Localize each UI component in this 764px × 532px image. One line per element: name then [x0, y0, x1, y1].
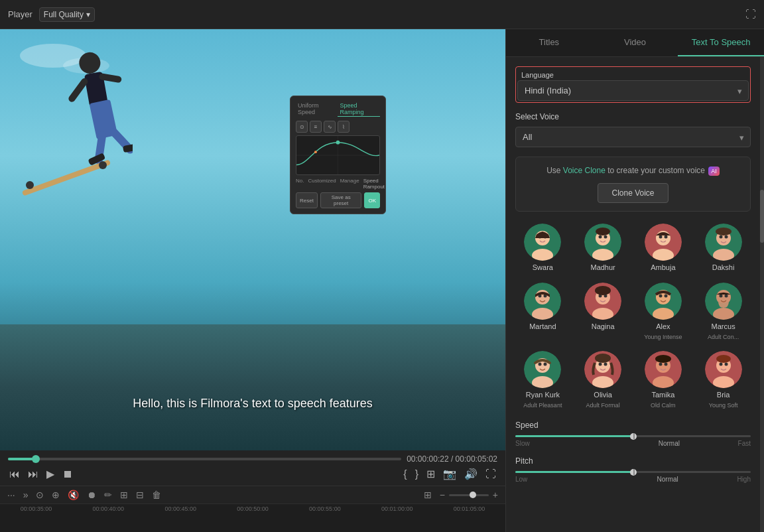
voice-card-swara[interactable]: Swara: [515, 221, 570, 275]
tl-zoom-track[interactable]: [449, 494, 489, 496]
svg-point-77: [655, 355, 671, 363]
voice-card-nagina[interactable]: Nagina: [576, 280, 631, 343]
voice-avatar-alex: [645, 283, 682, 320]
popup-icon-2[interactable]: ≡: [310, 121, 322, 133]
stop-btn[interactable]: ⏹: [61, 467, 74, 482]
voice-card-ambuja[interactable]: Ambuja: [636, 221, 691, 275]
popup-icon-1[interactable]: ⊙: [296, 121, 308, 133]
top-bar: Player Full Quality ▾ ⛶: [0, 0, 764, 29]
progress-bar[interactable]: [8, 458, 401, 460]
tl-zoom-in[interactable]: +: [491, 489, 500, 501]
tl-menu-btn[interactable]: ···: [5, 489, 17, 501]
popup-icon-4[interactable]: ⌇: [338, 121, 350, 133]
svg-point-27: [604, 235, 607, 238]
voice-name-olivia: Olivia: [594, 391, 612, 399]
voice-avatar-martand: [524, 283, 561, 320]
voice-card-dakshi[interactable]: Dakshi: [696, 221, 751, 275]
snapshot-btn[interactable]: 📷: [442, 466, 458, 482]
svg-point-82: [724, 363, 728, 366]
tab-video[interactable]: Video: [592, 29, 678, 56]
voice-card-alex[interactable]: AlexYoung Intense: [636, 280, 691, 343]
voice-name-alex: Alex: [656, 322, 670, 331]
voice-avatar-marcus: [705, 283, 742, 320]
voice-filter-select[interactable]: All: [515, 127, 751, 147]
voice-filter-wrapper: All ▾: [515, 127, 751, 147]
svg-point-55: [664, 294, 667, 297]
tl-delete-btn[interactable]: 🗑: [150, 489, 163, 501]
uniform-speed-tab[interactable]: Uniform Speed: [296, 101, 335, 117]
timeline-toolbar: ··· » ⊙ ⊕ 🔇 ⏺ ✏ ⊞ ⊟ 🗑 ⊞ − +: [0, 486, 505, 504]
tab-titles[interactable]: Titles: [506, 29, 592, 56]
tl-expand-btn[interactable]: »: [21, 489, 31, 501]
popup-tabs: Uniform Speed Speed Ramping: [296, 101, 380, 117]
save-as-preset-btn[interactable]: Save as preset: [320, 192, 362, 208]
mark-out-btn[interactable]: }: [414, 467, 420, 482]
svg-point-54: [659, 294, 662, 297]
tl-track-btn[interactable]: ⊞: [118, 489, 130, 501]
language-label: Language: [517, 68, 749, 80]
tl-edit-btn[interactable]: ✏: [102, 489, 114, 501]
pitch-slider-track[interactable]: [515, 471, 751, 473]
tl-zoom-out[interactable]: −: [438, 489, 447, 501]
voice-name-swara: Swara: [533, 263, 553, 272]
mark-in-btn[interactable]: {: [402, 467, 408, 482]
tl-mute-btn[interactable]: 🔇: [66, 489, 81, 501]
reset-btn[interactable]: Reset: [296, 192, 318, 208]
quality-selector[interactable]: Full Quality ▾: [39, 7, 95, 22]
svg-point-28: [596, 228, 610, 235]
timeline-tick: 00:00:55:00: [288, 505, 361, 512]
tab-tts[interactable]: Text To Speech: [678, 29, 764, 56]
voice-card-madhur[interactable]: Madhur: [576, 221, 631, 275]
speed-ramping-tab[interactable]: Speed Ramping: [338, 101, 380, 117]
voice-subtitle-bria: Young Soft: [709, 402, 738, 409]
right-panel: Titles Video Text To Speech Language Hin…: [505, 29, 764, 532]
scrollbar[interactable]: [760, 57, 764, 532]
voice-name-tamika: Tamika: [651, 391, 674, 399]
voice-subtitle-alex: Young Intense: [644, 334, 682, 340]
fullscreen-btn[interactable]: ⛶: [484, 467, 497, 482]
svg-point-64: [539, 363, 542, 366]
pitch-section: Pitch Low Normal High: [515, 456, 751, 483]
skip-back-btn[interactable]: ⏮: [8, 467, 21, 482]
tl-layers-btn[interactable]: ⊟: [134, 489, 146, 501]
popup-icon-3[interactable]: ∿: [324, 121, 336, 133]
panel-tabs: Titles Video Text To Speech: [506, 29, 764, 57]
ok-btn[interactable]: OK: [364, 192, 380, 208]
voice-subtitle-tamika: Old Calm: [651, 402, 676, 409]
voice-clone-link[interactable]: Voice Clone: [563, 166, 605, 175]
tl-audio-btn[interactable]: ⊙: [34, 489, 46, 501]
voice-name-marcus: Marcus: [712, 322, 735, 331]
voice-card-olivia[interactable]: OliviaAdult Formal: [576, 348, 631, 411]
speed-popup: Uniform Speed Speed Ramping ⊙ ≡ ∿ ⌇: [290, 96, 386, 214]
tl-speed-btn[interactable]: ⊕: [50, 489, 62, 501]
select-voice-label: Select Voice: [515, 112, 751, 121]
volume-btn[interactable]: 🔊: [463, 466, 479, 482]
language-select-wrapper: Hindi (India) ▾: [517, 80, 749, 101]
tl-record-btn[interactable]: ⏺: [85, 489, 98, 501]
timeline-tick: 00:00:35:00: [0, 505, 72, 512]
voice-avatar-ryan_kurk: [524, 351, 561, 388]
clone-voice-btn[interactable]: Clone Voice: [598, 183, 668, 203]
svg-point-71: [595, 354, 611, 363]
language-select[interactable]: Hindi (India): [517, 80, 749, 101]
tl-grid-btn[interactable]: ⊞: [422, 489, 434, 501]
crop-btn[interactable]: ⊞: [425, 466, 436, 482]
voice-card-martand[interactable]: Martand: [515, 280, 570, 343]
voice-card-marcus[interactable]: MarcusAdult Con...: [696, 280, 751, 343]
language-box: Language Hindi (India) ▾: [515, 66, 751, 103]
voice-card-ryan_kurk[interactable]: Ryan KurkAdult Pleasant: [515, 348, 570, 411]
pitch-fill: [515, 471, 633, 473]
play-btn[interactable]: ▶: [45, 466, 56, 482]
speed-slider-track[interactable]: [515, 435, 751, 437]
voice-card-bria[interactable]: BriaYoung Soft: [696, 348, 751, 411]
timeline-tick: 00:00:40:00: [72, 505, 145, 512]
voice-subtitle-ryan_kurk: Adult Pleasant: [523, 402, 562, 409]
video-controls: 00:00:00:22 / 00:00:05:02 ⏮ ⏭ ▶ ⏹ { } ⊞ …: [0, 450, 505, 486]
svg-point-12: [26, 181, 34, 189]
popup-labels: No.CustomizedManageSpeed Rampout: [296, 178, 380, 190]
svg-point-60: [724, 294, 728, 297]
frame-back-btn[interactable]: ⏭: [27, 467, 40, 482]
svg-point-81: [719, 363, 722, 366]
voice-card-tamika[interactable]: TamikaOld Calm: [636, 348, 691, 411]
progress-thumb: [32, 455, 40, 463]
